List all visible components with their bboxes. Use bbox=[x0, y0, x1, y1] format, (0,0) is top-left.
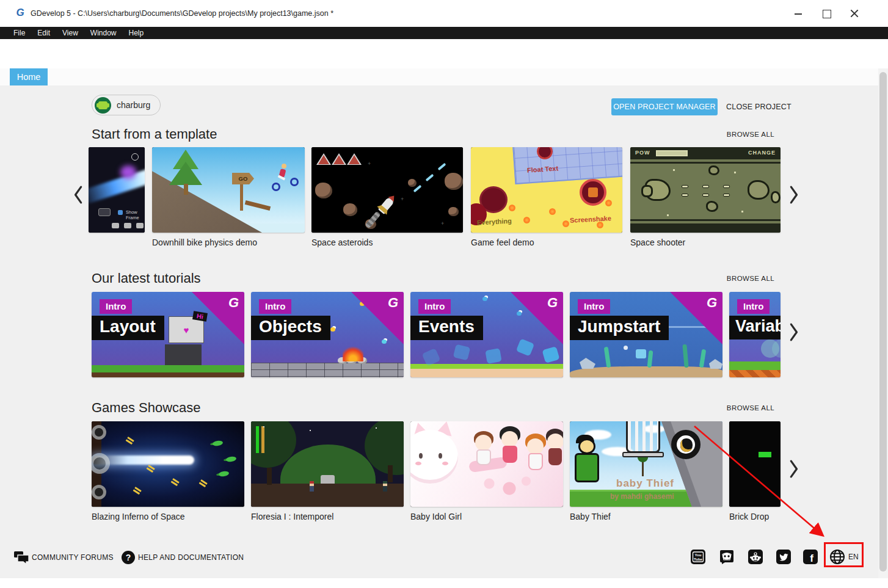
svg-text:?: ? bbox=[126, 553, 131, 562]
discord-icon[interactable] bbox=[719, 550, 734, 564]
show-frame-checkbox bbox=[118, 210, 123, 215]
showcase-card-brickdrop[interactable] bbox=[729, 421, 781, 507]
template-card-bike[interactable]: GO bbox=[152, 147, 305, 233]
showcase-card-babyidol[interactable] bbox=[410, 421, 563, 507]
tutorials-browse-all[interactable]: BROWSE ALL bbox=[727, 275, 774, 282]
tutorial-card-variables[interactable]: +1 Intro Variables bbox=[729, 292, 781, 377]
tutorial-card-layout[interactable]: ♥ Hi G Intro Layout bbox=[92, 292, 244, 377]
showcase-browse-all[interactable]: BROWSE ALL bbox=[727, 404, 774, 412]
vertical-scrollbar-thumb[interactable] bbox=[879, 72, 887, 572]
templates-section-title: Start from a template bbox=[92, 126, 217, 142]
minimize-button[interactable] bbox=[789, 4, 807, 23]
template-card-gamefeel[interactable]: Float Text Everything Screenshake bbox=[471, 147, 622, 233]
templates-scroll-left-icon[interactable] bbox=[72, 184, 86, 206]
close-button[interactable] bbox=[845, 4, 864, 23]
help-documentation-link[interactable]: HELP AND DOCUMENTATION bbox=[138, 553, 244, 562]
gdevelop-logo-icon: G bbox=[228, 295, 239, 311]
open-project-manager-button[interactable]: OPEN PROJECT MANAGER bbox=[611, 98, 718, 115]
user-chip[interactable]: charburg bbox=[92, 95, 161, 115]
maximize-button[interactable] bbox=[817, 4, 835, 23]
tutorial-card-jumpstart[interactable]: G Intro Jumpstart bbox=[570, 292, 722, 377]
gdevelop-logo-icon: G bbox=[707, 295, 717, 311]
reddit-icon[interactable] bbox=[748, 550, 763, 564]
close-project-button[interactable]: CLOSE PROJECT bbox=[722, 98, 795, 115]
showcase-caption-floresia: Floresia I : Intemporel bbox=[251, 512, 333, 521]
templates-scroll-right-icon[interactable] bbox=[787, 184, 800, 206]
showcase-caption-brickdrop: Brick Drop bbox=[729, 512, 769, 521]
svg-text:You: You bbox=[695, 553, 702, 557]
tab-home[interactable]: Home bbox=[10, 68, 48, 85]
showcase-section-title: Games Showcase bbox=[92, 400, 201, 416]
templates-browse-all[interactable]: BROWSE ALL bbox=[727, 131, 774, 138]
info-icon bbox=[131, 153, 139, 161]
showcase-scroll-right-icon[interactable] bbox=[787, 458, 800, 480]
toolbar: PREVIEW PUBLISH bbox=[0, 39, 888, 68]
youtube-icon[interactable]: You Tube bbox=[691, 550, 705, 564]
gdevelop-window: G GDevelop 5 - C:\Users\charburg\Documen… bbox=[0, 0, 888, 588]
avatar bbox=[95, 97, 111, 114]
tab-bar: Home bbox=[0, 68, 888, 85]
template-card-shooter[interactable]: POW CHANGE bbox=[630, 147, 781, 233]
tutorial-card-events[interactable]: G Intro Events bbox=[410, 292, 563, 377]
showcase-caption-babythief: Baby Thief bbox=[570, 512, 611, 521]
tutorials-section-title: Our latest tutorials bbox=[92, 270, 201, 286]
mini-play-icon bbox=[98, 208, 111, 216]
itch-mini-icon bbox=[136, 223, 144, 228]
menu-help[interactable]: Help bbox=[123, 27, 150, 39]
showcase-caption-blazing: Blazing Inferno of Space bbox=[92, 512, 185, 521]
showcase-card-floresia[interactable] bbox=[251, 421, 404, 507]
youtube-mini-icon bbox=[112, 223, 119, 228]
template-card-asteroids[interactable]: + + + bbox=[311, 147, 463, 233]
svg-text:Tube: Tube bbox=[694, 557, 703, 561]
annotation-highlight-box bbox=[824, 542, 864, 567]
showcase-caption-babyidol: Baby Idol Girl bbox=[410, 512, 462, 521]
tutorials-scroll-right-icon[interactable] bbox=[787, 321, 800, 343]
template-caption-bike: Downhill bike physics demo bbox=[152, 238, 257, 247]
menu-window[interactable]: Window bbox=[84, 27, 123, 39]
gdevelop-logo-icon: G bbox=[388, 295, 398, 311]
menu-edit[interactable]: Edit bbox=[31, 27, 56, 39]
username: charburg bbox=[117, 100, 150, 110]
template-caption-asteroids: Space asteroids bbox=[311, 238, 373, 247]
template-caption-shooter: Space shooter bbox=[630, 238, 685, 247]
twitter-icon[interactable] bbox=[776, 550, 791, 564]
showcase-card-babythief[interactable]: baby Thief by mahdi ghasemi bbox=[570, 421, 722, 507]
menu-file[interactable]: File bbox=[7, 27, 31, 39]
template-caption-gamefeel: Game feel demo bbox=[471, 238, 534, 247]
gdevelop-logo-icon: G bbox=[547, 295, 558, 311]
twitter-mini-icon bbox=[124, 223, 131, 228]
community-forums-link[interactable]: COMMUNITY FORUMS bbox=[32, 553, 114, 562]
help-icon: ? bbox=[121, 550, 136, 565]
showcase-card-blazing[interactable] bbox=[92, 421, 244, 507]
menu-bar: File Edit View Window Help bbox=[0, 27, 888, 39]
title-bar: G GDevelop 5 - C:\Users\charburg\Documen… bbox=[0, 0, 888, 27]
menu-view[interactable]: View bbox=[56, 27, 84, 39]
window-title: GDevelop 5 - C:\Users\charburg\Documents… bbox=[31, 9, 333, 18]
template-card-partial[interactable]: Show Frame bbox=[89, 147, 145, 233]
tutorial-card-objects[interactable]: G Intro Objects bbox=[251, 292, 404, 377]
bottom-strip bbox=[0, 578, 888, 588]
facebook-icon[interactable]: f bbox=[803, 550, 818, 564]
svg-text:f: f bbox=[810, 553, 813, 564]
gdevelop-logo-icon: G bbox=[14, 7, 26, 19]
forum-icon bbox=[13, 550, 29, 565]
